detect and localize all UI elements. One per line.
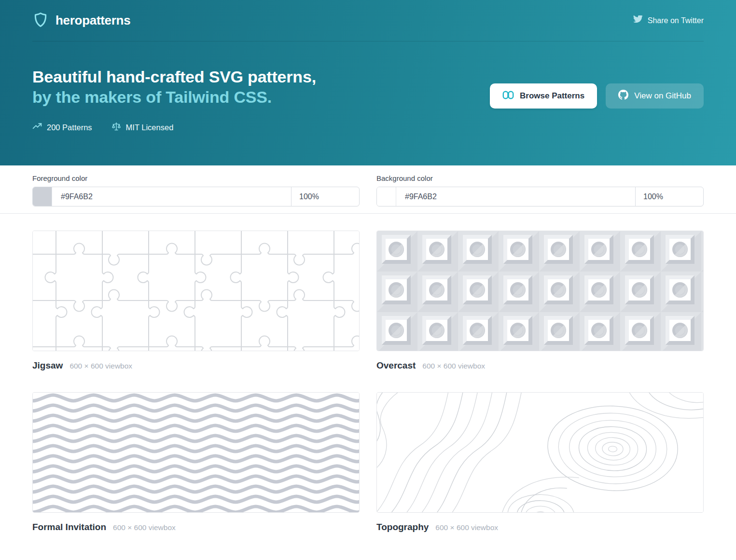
twitter-icon bbox=[633, 15, 643, 26]
nav-bar: heropatterns Share on Twitter bbox=[32, 0, 704, 41]
trending-up-icon bbox=[32, 122, 42, 133]
pattern-caption: Jigsaw 600 × 600 viewbox bbox=[32, 360, 360, 371]
background-opacity-input[interactable] bbox=[635, 187, 703, 206]
foreground-color-label: Foreground color bbox=[32, 174, 360, 182]
stat-label: MIT Licensed bbox=[126, 123, 174, 132]
pattern-caption: Overcast 600 × 600 viewbox bbox=[376, 360, 704, 371]
pattern-name: Jigsaw bbox=[32, 360, 63, 371]
foreground-input-group bbox=[32, 187, 360, 206]
pattern-card-topography: Topography 600 × 600 viewbox bbox=[376, 392, 704, 533]
stat-pattern-count: 200 Patterns bbox=[32, 122, 92, 133]
background-color-swatch[interactable] bbox=[377, 187, 396, 206]
pattern-caption: Topography 600 × 600 viewbox bbox=[376, 522, 704, 533]
brand-logo[interactable]: heropatterns bbox=[32, 11, 130, 30]
hero-main: Beautiful hand-crafted SVG patterns, by … bbox=[32, 41, 704, 133]
overcast-pattern-tile[interactable] bbox=[376, 231, 704, 351]
foreground-hex-input[interactable] bbox=[52, 187, 291, 206]
stat-label: 200 Patterns bbox=[47, 123, 92, 132]
pattern-card-overcast: Overcast 600 × 600 viewbox bbox=[376, 231, 704, 371]
pattern-name: Formal Invitation bbox=[32, 522, 106, 533]
scales-icon bbox=[111, 122, 121, 133]
patterns-icon bbox=[502, 89, 514, 103]
jigsaw-pattern-tile[interactable] bbox=[32, 231, 360, 351]
pattern-caption: Formal Invitation 600 × 600 viewbox bbox=[32, 522, 360, 533]
share-on-twitter-link[interactable]: Share on Twitter bbox=[633, 15, 704, 26]
heading-line-2: by the makers of Tailwind CSS. bbox=[32, 88, 272, 106]
pattern-viewbox: 600 × 600 viewbox bbox=[422, 362, 485, 370]
share-label: Share on Twitter bbox=[648, 16, 704, 25]
topography-pattern-tile[interactable] bbox=[376, 392, 704, 513]
page-title: Beautiful hand-crafted SVG patterns, by … bbox=[32, 67, 316, 107]
pattern-viewbox: 600 × 600 viewbox bbox=[435, 523, 498, 532]
github-icon bbox=[618, 90, 628, 102]
pattern-card-formal-invitation: Formal Invitation 600 × 600 viewbox bbox=[32, 392, 360, 533]
browse-patterns-label: Browse Patterns bbox=[520, 91, 584, 101]
foreground-color-swatch[interactable] bbox=[33, 187, 52, 206]
view-on-github-label: View on GitHub bbox=[634, 91, 691, 101]
pattern-grid: Jigsaw 600 × 600 viewbox bbox=[32, 231, 704, 533]
heading-line-1: Beautiful hand-crafted SVG patterns, bbox=[32, 68, 316, 86]
pattern-name: Topography bbox=[376, 522, 429, 533]
foreground-color-control: Foreground color bbox=[32, 174, 360, 213]
background-hex-input[interactable] bbox=[396, 187, 635, 206]
foreground-opacity-input[interactable] bbox=[291, 187, 359, 206]
cta-buttons: Browse Patterns View on GitHub bbox=[490, 83, 704, 109]
color-controls: Foreground color Background color bbox=[0, 165, 736, 214]
hero-left: Beautiful hand-crafted SVG patterns, by … bbox=[32, 67, 316, 133]
formal-invitation-pattern-tile[interactable] bbox=[32, 392, 360, 513]
pattern-name: Overcast bbox=[376, 360, 416, 371]
pattern-viewbox: 600 × 600 viewbox bbox=[69, 362, 132, 370]
stat-license: MIT Licensed bbox=[111, 122, 174, 133]
background-color-label: Background color bbox=[376, 174, 704, 182]
hero-header: heropatterns Share on Twitter Beautiful … bbox=[0, 0, 736, 165]
browse-patterns-button[interactable]: Browse Patterns bbox=[490, 83, 597, 109]
stats-row: 200 Patterns MIT Licensed bbox=[32, 122, 316, 133]
background-input-group bbox=[376, 187, 704, 206]
background-color-control: Background color bbox=[376, 174, 704, 213]
pattern-viewbox: 600 × 600 viewbox bbox=[113, 523, 176, 532]
brand-name: heropatterns bbox=[56, 13, 130, 28]
pattern-card-jigsaw: Jigsaw 600 × 600 viewbox bbox=[32, 231, 360, 371]
view-on-github-button[interactable]: View on GitHub bbox=[606, 83, 704, 109]
shield-icon bbox=[32, 11, 49, 30]
